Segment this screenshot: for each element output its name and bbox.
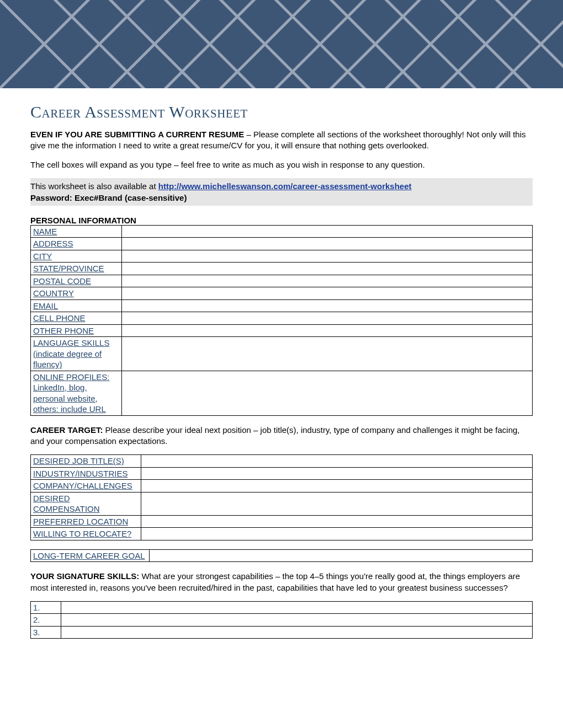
field-label: CELL PHONE: [31, 312, 122, 325]
field-input[interactable]: [141, 467, 533, 480]
row-number: 3.: [31, 626, 61, 639]
table-row: CITY: [31, 250, 533, 263]
page-title: Career Assessment Worksheet: [30, 103, 533, 121]
field-label: ADDRESS: [31, 238, 122, 250]
signature-table: 1. 2. 3.: [30, 601, 533, 639]
career-target-text: Please describe your ideal next position…: [30, 425, 520, 446]
field-label: POSTAL CODE: [31, 275, 122, 287]
table-row: LANGUAGE SKILLS (indicate degree of flue…: [31, 337, 533, 371]
table-row: DESIRED JOB TITLE(S): [31, 455, 533, 468]
field-input[interactable]: [61, 601, 533, 614]
intro-paragraph: EVEN IF YOU ARE SUBMITTING A CURRENT RES…: [30, 129, 533, 152]
signature-para: YOUR SIGNATURE SKILLS: What are your str…: [30, 571, 533, 593]
field-input[interactable]: [150, 549, 533, 562]
field-input[interactable]: [141, 492, 533, 515]
field-input[interactable]: [122, 250, 533, 263]
field-input[interactable]: [141, 515, 533, 528]
table-row: COMPANY/CHALLENGES: [31, 480, 533, 493]
field-label: INDUSTRY/INDUSTRIES: [31, 467, 141, 480]
table-row: INDUSTRY/INDUSTRIES: [31, 467, 533, 480]
signature-label: YOUR SIGNATURE SKILLS:: [30, 571, 139, 581]
intro-lead: EVEN IF YOU ARE SUBMITTING A CURRENT RES…: [30, 130, 244, 139]
career-target-para: CAREER TARGET: Please describe your idea…: [30, 425, 533, 447]
field-label: STATE/PROVINCE: [31, 263, 122, 275]
personal-table: NAME ADDRESS CITY STATE/PROVINCE POSTAL …: [30, 225, 533, 416]
field-input[interactable]: [122, 238, 533, 250]
field-input[interactable]: [141, 480, 533, 493]
field-input[interactable]: [122, 263, 533, 275]
table-row: ONLINE PROFILES: LinkedIn, blog, persona…: [31, 371, 533, 415]
field-label: COUNTRY: [31, 287, 122, 300]
field-label: EMAIL: [31, 299, 122, 312]
field-input[interactable]: [122, 371, 533, 415]
field-label: COMPANY/CHALLENGES: [31, 480, 141, 493]
field-input[interactable]: [122, 299, 533, 312]
table-row: ADDRESS: [31, 238, 533, 250]
field-input[interactable]: [122, 275, 533, 287]
personal-heading: PERSONAL INFORMATION: [30, 216, 533, 225]
table-row: POSTAL CODE: [31, 275, 533, 287]
field-label: WILLING TO RELOCATE?: [31, 528, 141, 540]
field-label: PREFERRED LOCATION: [31, 515, 141, 528]
field-input[interactable]: [141, 528, 533, 540]
field-input[interactable]: [122, 337, 533, 371]
field-input[interactable]: [61, 614, 533, 627]
field-input[interactable]: [122, 287, 533, 300]
row-number: 1.: [31, 601, 61, 614]
field-input[interactable]: [122, 312, 533, 325]
field-input[interactable]: [122, 225, 533, 238]
field-input[interactable]: [141, 455, 533, 468]
row-number: 2.: [31, 614, 61, 627]
expand-note: The cell boxes will expand as you type –…: [30, 159, 533, 170]
table-row: STATE/PROVINCE: [31, 263, 533, 275]
table-row: PREFERRED LOCATION: [31, 515, 533, 528]
field-label: ONLINE PROFILES: LinkedIn, blog, persona…: [31, 371, 122, 415]
header-pattern: [0, 0, 563, 88]
table-row: 3.: [31, 626, 533, 639]
field-label: LONG-TERM CAREER GOAL: [31, 549, 150, 562]
field-input[interactable]: [61, 626, 533, 639]
link-band: This worksheet is also available at http…: [30, 178, 533, 206]
table-row: OTHER PHONE: [31, 324, 533, 337]
table-row: DESIRED COMPENSATION: [31, 492, 533, 515]
field-label: DESIRED COMPENSATION: [31, 492, 141, 515]
table-row: COUNTRY: [31, 287, 533, 300]
table-row: 2.: [31, 614, 533, 627]
table-row: EMAIL: [31, 299, 533, 312]
link-intro: This worksheet is also available at: [30, 181, 158, 191]
table-row: LONG-TERM CAREER GOAL: [31, 549, 533, 562]
table-row: WILLING TO RELOCATE?: [31, 528, 533, 540]
table-row: 1.: [31, 601, 533, 614]
password-label: Password: Exec#Brand (case-sensitive): [30, 193, 187, 202]
table-row: NAME: [31, 225, 533, 238]
career-target-label: CAREER TARGET:: [30, 425, 103, 435]
worksheet-link[interactable]: http://www.michelleswanson.com/career-as…: [158, 181, 412, 191]
field-label: NAME: [31, 225, 122, 238]
table-row: CELL PHONE: [31, 312, 533, 325]
field-input[interactable]: [122, 324, 533, 337]
longterm-table: LONG-TERM CAREER GOAL: [30, 549, 533, 563]
field-label: LANGUAGE SKILLS (indicate degree of flue…: [31, 337, 122, 371]
field-label: OTHER PHONE: [31, 324, 122, 337]
career-table: DESIRED JOB TITLE(S) INDUSTRY/INDUSTRIES…: [30, 454, 533, 540]
field-label: CITY: [31, 250, 122, 263]
svg-rect-0: [0, 0, 563, 88]
field-label: DESIRED JOB TITLE(S): [31, 455, 141, 468]
